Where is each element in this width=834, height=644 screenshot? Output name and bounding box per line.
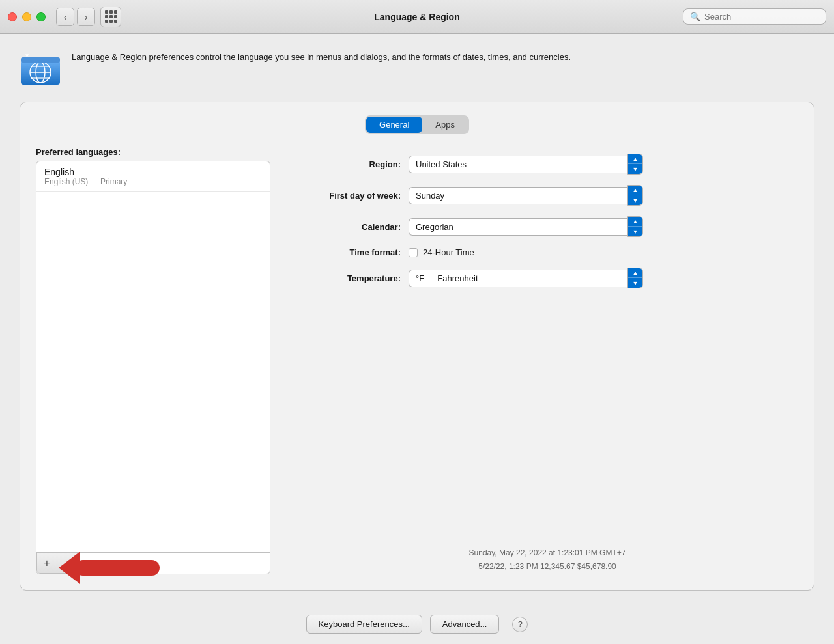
calendar-stepper[interactable]: ▲ ▼: [627, 216, 643, 237]
region-select[interactable]: United States ▲ ▼: [409, 154, 643, 175]
checkbox-box[interactable]: [409, 248, 418, 257]
time-format-control: 24-Hour Time: [409, 247, 798, 257]
first-day-select[interactable]: Sunday ▲ ▼: [409, 185, 643, 206]
preview-line1: Sunday, May 22, 2022 at 1:23:01 PM GMT+7: [296, 546, 798, 561]
traffic-lights: [8, 12, 46, 21]
time-format-checkbox[interactable]: 24-Hour Time: [409, 247, 798, 257]
calendar-label: Calendar:: [296, 222, 401, 232]
grid-icon: [105, 10, 117, 23]
region-stepper-up[interactable]: ▲: [628, 154, 642, 164]
calendar-row: Calendar: Gregorian ▲ ▼: [296, 216, 798, 237]
first-day-stepper[interactable]: ▲ ▼: [627, 185, 643, 206]
time-format-checkbox-label: 24-Hour Time: [423, 247, 474, 257]
back-button[interactable]: ‹: [56, 8, 74, 26]
region-row: Region: United States ▲ ▼: [296, 154, 798, 175]
languages-list: English English (US) — Primary + −: [36, 161, 270, 574]
content-area: Preferred languages: English English (US…: [36, 147, 798, 574]
first-day-stepper-down[interactable]: ▼: [628, 195, 642, 205]
time-format-row: Time format: 24-Hour Time: [296, 247, 798, 257]
panel: General Apps Preferred languages: Englis…: [20, 102, 814, 591]
region-stepper[interactable]: ▲ ▼: [627, 154, 643, 175]
calendar-select[interactable]: Gregorian ▲ ▼: [409, 216, 643, 237]
preview-line2: 5/22/22, 1:23 PM 12,345.67 $45,678.90: [296, 560, 798, 574]
header-description: Language & Region preferences control th…: [72, 47, 571, 64]
window-title: Language & Region: [374, 12, 459, 22]
minimize-button[interactable]: [22, 12, 31, 21]
region-stepper-down[interactable]: ▼: [628, 164, 642, 174]
maximize-button[interactable]: [36, 12, 46, 21]
close-button[interactable]: [8, 12, 17, 21]
list-buttons: + −: [36, 552, 270, 574]
temperature-stepper-up[interactable]: ▲: [628, 268, 642, 278]
titlebar: ‹ › Language & Region 🔍: [0, 0, 834, 34]
time-format-label: Time format:: [296, 247, 401, 257]
forward-button[interactable]: ›: [77, 8, 95, 26]
search-input[interactable]: [704, 12, 819, 21]
grid-button[interactable]: [100, 7, 121, 27]
temperature-control: °F — Fahrenheit ▲ ▼: [409, 268, 798, 288]
search-box[interactable]: 🔍: [683, 8, 826, 25]
languages-label: Preferred languages:: [36, 147, 270, 157]
first-day-control: Sunday ▲ ▼: [409, 185, 798, 206]
first-day-value: Sunday: [409, 187, 627, 204]
calendar-stepper-up[interactable]: ▲: [628, 217, 642, 227]
first-day-stepper-up[interactable]: ▲: [628, 186, 642, 195]
temperature-label: Temperature:: [296, 273, 401, 283]
search-icon: 🔍: [690, 12, 700, 21]
language-sub: English (US) — Primary: [44, 177, 262, 186]
add-language-button[interactable]: +: [36, 553, 57, 574]
temperature-row: Temperature: °F — Fahrenheit ▲ ▼: [296, 268, 798, 288]
list-spacer: [36, 192, 270, 552]
main-content: ★ Language & Region preferences control …: [0, 34, 834, 604]
bottom-bar: Keyboard Preferences... Advanced... ?: [0, 604, 834, 644]
tab-container: General Apps: [365, 115, 469, 134]
tab-apps[interactable]: Apps: [422, 117, 468, 133]
help-button[interactable]: ?: [512, 617, 528, 632]
temperature-value: °F — Fahrenheit: [409, 270, 627, 287]
region-control: United States ▲ ▼: [409, 154, 798, 175]
temperature-stepper[interactable]: ▲ ▼: [627, 268, 643, 288]
region-label: Region:: [296, 160, 401, 169]
svg-text:★: ★: [25, 52, 29, 58]
calendar-value: Gregorian: [409, 218, 627, 236]
temperature-stepper-down[interactable]: ▼: [628, 278, 642, 288]
region-value: United States: [409, 156, 627, 173]
preview-area: Sunday, May 22, 2022 at 1:23:01 PM GMT+7…: [296, 546, 798, 574]
tab-general[interactable]: General: [366, 117, 422, 133]
nav-buttons: ‹ ›: [56, 8, 95, 26]
language-name: English: [44, 167, 262, 177]
globe-icon: ★: [20, 47, 61, 89]
keyboard-prefs-button[interactable]: Keyboard Preferences...: [306, 615, 422, 634]
calendar-control: Gregorian ▲ ▼: [409, 216, 798, 237]
temperature-select[interactable]: °F — Fahrenheit ▲ ▼: [409, 268, 643, 288]
first-day-label: First day of week:: [296, 191, 401, 201]
tabs: General Apps: [36, 115, 798, 134]
language-item-english[interactable]: English English (US) — Primary: [36, 161, 270, 192]
settings-section: Region: United States ▲ ▼ First day of: [296, 147, 798, 574]
remove-language-button[interactable]: −: [57, 553, 78, 574]
header-area: ★ Language & Region preferences control …: [20, 47, 814, 89]
first-day-row: First day of week: Sunday ▲ ▼: [296, 185, 798, 206]
calendar-stepper-down[interactable]: ▼: [628, 227, 642, 236]
languages-section: Preferred languages: English English (US…: [36, 147, 270, 574]
advanced-button[interactable]: Advanced...: [430, 615, 500, 634]
svg-rect-6: [21, 57, 60, 63]
